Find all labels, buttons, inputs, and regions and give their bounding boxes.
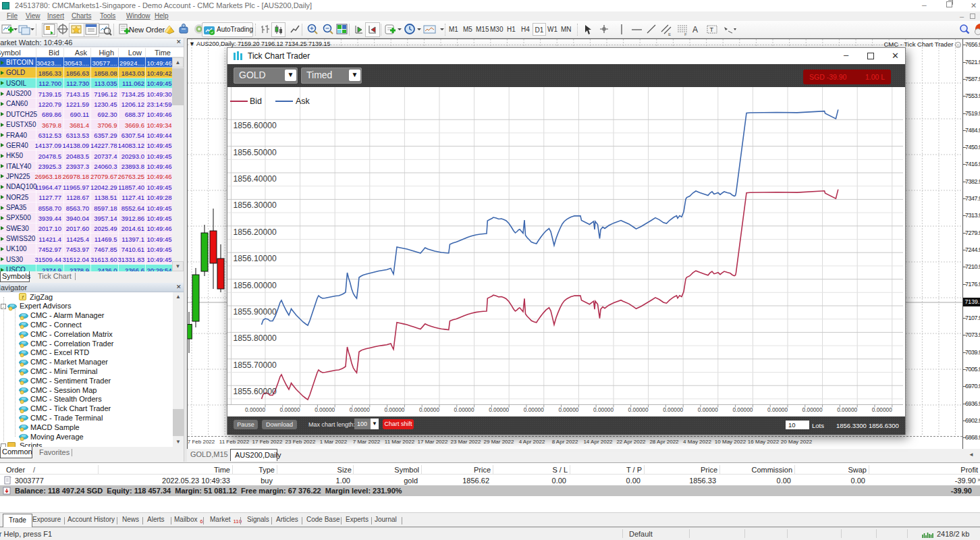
svg-text:F: F (684, 32, 687, 36)
svg-text:E: E (668, 32, 671, 36)
svg-text:T: T (710, 26, 714, 33)
